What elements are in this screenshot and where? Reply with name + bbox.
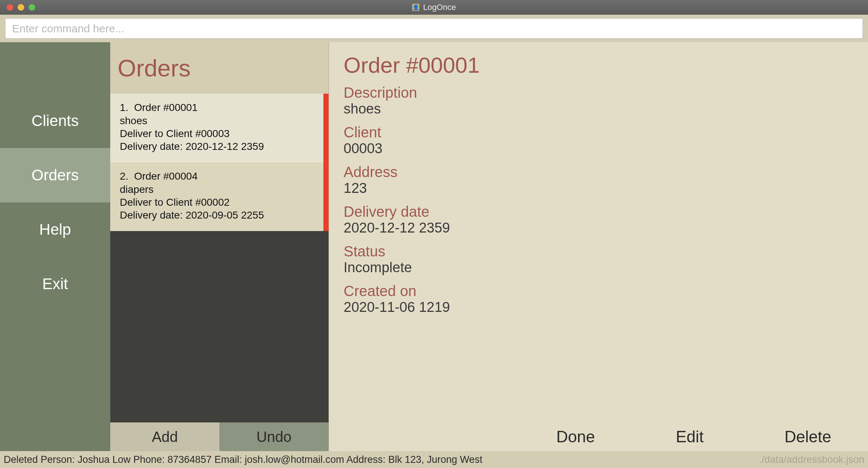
order-detail-panel: Order #00001 Description shoes Client 00… [329, 42, 868, 451]
order-item-client: Deliver to Client #00002 [120, 196, 319, 209]
add-button[interactable]: Add [110, 422, 219, 451]
sidebar-item-clients[interactable]: Clients [0, 94, 110, 148]
sidebar-spacer-bottom [0, 311, 110, 451]
status-message: Deleted Person: Joshua Low Phone: 873648… [4, 454, 483, 465]
label-status: Status [344, 243, 853, 260]
label-description: Description [344, 84, 853, 101]
field-status: Status Incomplete [344, 243, 853, 276]
status-stripe [323, 94, 329, 162]
value-address: 123 [344, 180, 853, 196]
delete-button[interactable]: Delete [785, 428, 831, 446]
titlebar: 👤 LogOnce [0, 0, 868, 15]
order-item-title: 1. Order #00001 [120, 102, 319, 114]
value-created-on: 2020-11-06 1219 [344, 299, 853, 315]
maximize-icon[interactable] [29, 4, 35, 11]
status-stripe [323, 162, 329, 231]
value-description: shoes [344, 101, 853, 117]
close-icon[interactable] [7, 4, 13, 11]
done-button[interactable]: Done [556, 428, 595, 446]
app-icon: 👤 [412, 4, 419, 11]
sidebar: Clients Orders Help Exit [0, 42, 110, 451]
field-delivery-date: Delivery date 2020-12-12 2359 [344, 204, 853, 236]
edit-button[interactable]: Edit [676, 428, 704, 446]
value-client: 00003 [344, 141, 853, 156]
order-detail-title: Order #00001 [344, 53, 853, 78]
window-title-text: LogOnce [423, 3, 456, 12]
orders-list-title: Orders [118, 54, 191, 82]
sidebar-item-help[interactable]: Help [0, 202, 110, 257]
main: Clients Orders Help Exit Orders 1. Order… [0, 42, 868, 451]
value-status: Incomplete [344, 260, 853, 276]
orders-list-footer: Add Undo [110, 422, 329, 451]
orders-list-body: 1. Order #00001 shoes Deliver to Client … [110, 94, 329, 422]
orders-list-panel: Orders 1. Order #00001 shoes Deliver to … [110, 42, 329, 451]
label-client: Client [344, 124, 853, 141]
field-created-on: Created on 2020-11-06 1219 [344, 283, 853, 315]
value-delivery-date: 2020-12-12 2359 [344, 220, 853, 236]
sidebar-item-orders[interactable]: Orders [0, 148, 110, 202]
statusbar: Deleted Person: Joshua Low Phone: 873648… [0, 451, 868, 468]
minimize-icon[interactable] [18, 4, 24, 11]
field-address: Address 123 [344, 164, 853, 196]
order-item-client: Deliver to Client #00003 [120, 127, 319, 140]
sidebar-spacer-top [0, 42, 110, 94]
undo-button[interactable]: Undo [219, 422, 329, 451]
order-item-date: Delivery date: 2020-09-05 2255 [120, 209, 319, 222]
orders-list-header: Orders [110, 42, 329, 94]
label-created-on: Created on [344, 283, 853, 299]
order-list-item[interactable]: 2. Order #00004 diapers Deliver to Clien… [110, 162, 329, 231]
label-delivery-date: Delivery date [344, 204, 853, 220]
status-path: ./data/addressbook.json [759, 454, 864, 465]
command-bar [0, 15, 868, 42]
field-description: Description shoes [344, 84, 853, 117]
window-title: 👤 LogOnce [412, 3, 456, 12]
label-address: Address [344, 164, 853, 180]
traffic-lights [7, 4, 35, 11]
sidebar-item-exit[interactable]: Exit [0, 257, 110, 311]
order-item-date: Delivery date: 2020-12-12 2359 [120, 140, 319, 153]
field-client: Client 00003 [344, 124, 853, 156]
order-list-item[interactable]: 1. Order #00001 shoes Deliver to Client … [110, 94, 329, 162]
order-item-title: 2. Order #00004 [120, 170, 319, 182]
order-item-desc: shoes [120, 114, 319, 127]
detail-actions: Done Edit Delete [329, 422, 868, 451]
command-input[interactable] [5, 18, 863, 39]
order-item-desc: diapers [120, 183, 319, 196]
